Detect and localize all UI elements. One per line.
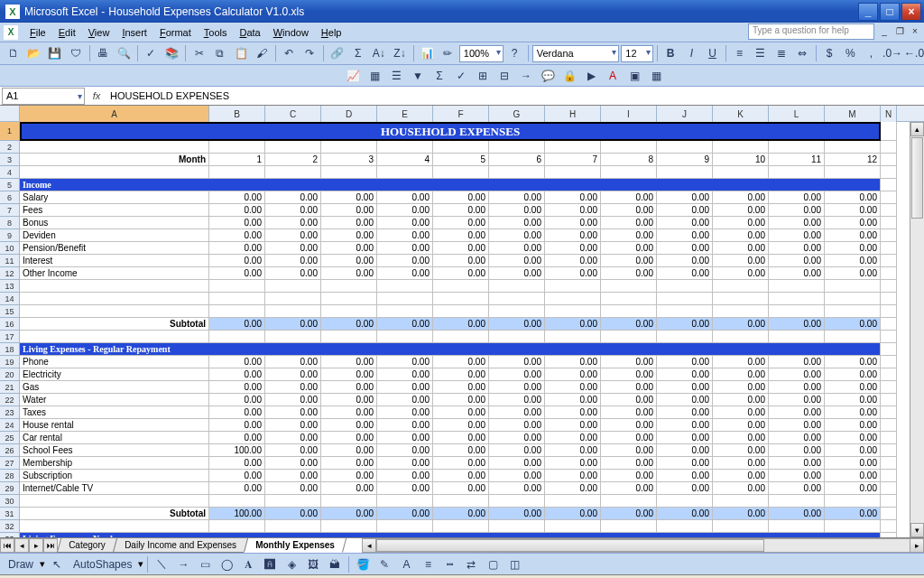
comma-icon[interactable]: , <box>862 44 881 63</box>
cell[interactable]: 0.00 <box>713 381 769 394</box>
cell[interactable]: 0.00 <box>769 457 825 470</box>
cell[interactable]: 0.00 <box>657 255 713 267</box>
cell[interactable]: Pension/Benefit <box>20 242 209 255</box>
copy-icon[interactable]: ⧉ <box>210 44 229 63</box>
cell[interactable] <box>321 280 377 293</box>
cell[interactable]: 0.00 <box>713 217 769 229</box>
cell[interactable]: 0.00 <box>545 191 601 204</box>
minimize-button[interactable]: _ <box>858 3 878 21</box>
cell[interactable]: 0.00 <box>209 318 265 331</box>
scroll-up-icon[interactable]: ▴ <box>910 122 924 136</box>
menu-insert[interactable]: Insert <box>116 25 153 40</box>
shadow-icon[interactable]: ▢ <box>483 555 503 573</box>
cell[interactable]: 0.00 <box>265 444 321 457</box>
cell[interactable]: Bonus <box>20 217 209 229</box>
format-painter-icon[interactable]: 🖌 <box>253 44 272 63</box>
cell[interactable] <box>377 293 433 305</box>
cell[interactable]: 100.00 <box>209 508 265 520</box>
cell[interactable]: 7 <box>545 154 601 166</box>
cell[interactable] <box>881 520 897 533</box>
cell[interactable]: 0.00 <box>321 191 377 204</box>
cell[interactable] <box>377 495 433 508</box>
cell[interactable]: 0.00 <box>657 267 713 280</box>
row-header[interactable]: 12 <box>0 267 20 280</box>
dash-style-icon[interactable]: ┅ <box>439 555 459 573</box>
cell[interactable]: 0.00 <box>321 394 377 406</box>
cell[interactable]: 0.00 <box>489 508 545 520</box>
cell[interactable]: 0.00 <box>489 191 545 204</box>
cell[interactable]: 0.00 <box>825 267 881 280</box>
cell[interactable]: 0.00 <box>601 470 657 482</box>
formula-input[interactable]: HOUSEHOLD EXPENSES <box>106 90 924 101</box>
cell[interactable] <box>265 293 321 305</box>
row-header[interactable]: 28 <box>0 470 20 482</box>
drawing-icon[interactable]: ✏ <box>439 44 457 63</box>
cell[interactable]: 0.00 <box>377 457 433 470</box>
cell[interactable]: 0.00 <box>825 255 881 267</box>
cell[interactable]: 0.00 <box>377 508 433 520</box>
menu-help[interactable]: Help <box>315 25 348 40</box>
cell[interactable]: 0.00 <box>433 242 489 255</box>
form-icon[interactable]: ☰ <box>386 66 406 85</box>
cell[interactable]: 0.00 <box>489 444 545 457</box>
trace-icon[interactable]: → <box>516 66 536 85</box>
cell[interactable]: 0.00 <box>825 444 881 457</box>
cell[interactable] <box>713 141 769 154</box>
cell[interactable]: 9 <box>657 154 713 166</box>
cell[interactable]: House rental <box>20 419 209 432</box>
menu-format[interactable]: Format <box>153 25 198 40</box>
row-header[interactable]: 29 <box>0 482 20 495</box>
cell[interactable]: 0.00 <box>489 356 545 368</box>
cell[interactable] <box>321 520 377 533</box>
cell[interactable] <box>20 141 209 154</box>
col-header-N[interactable]: N <box>881 106 897 122</box>
cell[interactable]: 0.00 <box>209 419 265 432</box>
cell[interactable]: 0.00 <box>601 406 657 419</box>
row-header[interactable]: 11 <box>0 255 20 267</box>
cell[interactable]: 0.00 <box>209 229 265 242</box>
cell[interactable] <box>545 141 601 154</box>
cell[interactable]: 0.00 <box>433 267 489 280</box>
cell[interactable]: Membership <box>20 457 209 470</box>
cell[interactable] <box>881 368 897 381</box>
cell[interactable] <box>881 457 897 470</box>
cell[interactable] <box>20 280 209 293</box>
cell[interactable]: 0.00 <box>377 229 433 242</box>
cell[interactable]: 0.00 <box>545 217 601 229</box>
cell[interactable]: 0.00 <box>545 406 601 419</box>
font-combo[interactable]: Verdana <box>532 45 620 62</box>
cell[interactable] <box>377 331 433 343</box>
cell[interactable]: 0.00 <box>713 318 769 331</box>
cell[interactable] <box>433 280 489 293</box>
cell[interactable]: 0.00 <box>825 470 881 482</box>
cell[interactable]: 0.00 <box>489 242 545 255</box>
select-all-button[interactable] <box>0 106 20 122</box>
autosum-icon[interactable]: Σ <box>348 44 367 63</box>
cell[interactable]: 0.00 <box>321 368 377 381</box>
cell[interactable] <box>881 267 897 280</box>
cell[interactable]: 0.00 <box>825 229 881 242</box>
cell[interactable]: 12 <box>825 154 881 166</box>
cell[interactable]: 0.00 <box>377 368 433 381</box>
cell[interactable]: 0.00 <box>433 419 489 432</box>
cell[interactable]: Other Income <box>20 267 209 280</box>
cell[interactable] <box>657 495 713 508</box>
cell[interactable] <box>433 520 489 533</box>
cell[interactable] <box>881 141 897 154</box>
cell[interactable]: 100.00 <box>209 444 265 457</box>
decrease-decimal-icon[interactable]: ←.0 <box>904 44 924 63</box>
cell[interactable] <box>265 520 321 533</box>
cell[interactable] <box>881 356 897 368</box>
col-header-D[interactable]: D <box>321 106 377 122</box>
subtotal-icon[interactable]: Σ <box>430 66 449 85</box>
name-box[interactable]: A1 <box>2 88 85 105</box>
cell[interactable]: 0.00 <box>825 432 881 444</box>
cell[interactable]: 0.00 <box>489 255 545 267</box>
font-color-icon[interactable]: A <box>603 66 623 85</box>
cell[interactable]: 0.00 <box>657 381 713 394</box>
cell[interactable] <box>433 331 489 343</box>
cell[interactable]: 0.00 <box>489 406 545 419</box>
cell[interactable] <box>881 242 897 255</box>
cell[interactable] <box>881 191 897 204</box>
cell[interactable]: 0.00 <box>321 482 377 495</box>
